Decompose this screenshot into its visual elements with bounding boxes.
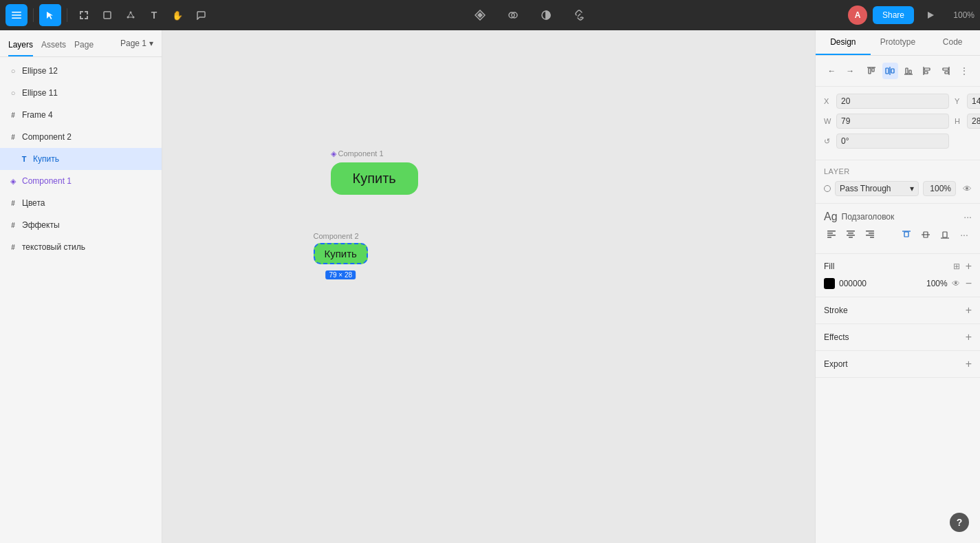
layer-name: Ellipse 12 [22,66,153,76]
contrast-icon[interactable] [535,4,557,26]
layer-name: Цвета [22,198,153,208]
text-align-center-btn[interactable] [843,227,858,242]
menu-button[interactable] [6,4,28,26]
tab-code[interactable]: Code [925,30,980,55]
layer-item-component2[interactable]: # Component 2 [0,126,162,148]
export-add-btn[interactable]: + [966,358,972,370]
svg-line-15 [128,12,131,17]
tab-page[interactable]: Page [74,36,94,56]
right-panel-tabs: Design Prototype Code [816,30,980,56]
stroke-title: Stroke [824,306,848,315]
typo-name-row: Ag Подзаголовок ··· [824,211,972,223]
visibility-toggle[interactable]: 👁 [963,184,972,194]
tab-layers[interactable]: Layers [8,36,33,56]
toolbar-sep-1 [33,8,34,22]
blend-mode-chevron: ▾ [910,184,914,193]
align-top-btn[interactable] [864,63,880,79]
stroke-section: Stroke + [816,297,980,324]
layer-item-textovyy-stil[interactable]: # текстовый стиль [0,236,162,258]
svg-rect-36 [945,72,948,74]
stroke-add-btn[interactable]: + [966,304,972,317]
layer-name: Купить [33,154,153,164]
fill-color-swatch[interactable] [824,278,835,289]
svg-rect-26 [886,68,889,74]
layer-item-component1[interactable]: ◈ Component 1 [0,170,162,192]
fill-grid-icon[interactable]: ⊞ [953,262,960,271]
align-right-btn[interactable] [937,63,953,79]
frame-icon: # [8,220,18,230]
svg-rect-0 [12,12,21,13]
align-center-h-btn[interactable] [882,63,898,79]
svg-rect-55 [943,232,947,237]
tab-prototype[interactable]: Prototype [871,30,926,55]
component-icon[interactable] [469,4,491,26]
rotation-input[interactable] [836,134,949,149]
effects-section: Effects + [816,324,980,351]
fill-opacity-value[interactable]: 100% [926,279,948,288]
layer-item-tsveta[interactable]: # Цвета [0,192,162,214]
hand-tool[interactable]: ✋ [166,4,188,26]
align-bottom-btn[interactable] [901,63,917,79]
svg-rect-46 [866,231,874,232]
fill-visibility-toggle[interactable]: 👁 [952,279,960,288]
layer-section-row: Pass Through ▾ 👁 [824,181,972,196]
layer-item-kupity[interactable]: T Купить [0,148,162,170]
select-tool[interactable] [39,4,61,26]
play-button[interactable] [919,4,941,26]
text-valign-mid-btn[interactable] [918,227,933,242]
canvas[interactable]: ◈ Component 1 Купить Component 2 Купить … [162,30,815,543]
pen-tool[interactable] [120,4,142,26]
frame-tool[interactable] [73,4,95,26]
tab-design[interactable]: Design [816,30,871,55]
typo-align-row: ··· [824,227,972,242]
link-icon[interactable] [568,4,590,26]
h-input[interactable] [967,114,980,129]
layer-item-ellipse12[interactable]: ○ Ellipse 12 [0,60,162,82]
component1-button[interactable]: Купить [331,162,418,195]
export-title: Export [824,359,848,369]
svg-rect-39 [827,233,833,234]
opacity-input[interactable] [923,181,956,196]
text-valign-top-btn[interactable] [899,227,914,242]
fill-add-btn[interactable]: + [966,261,972,272]
svg-rect-29 [906,68,908,74]
x-input[interactable] [836,94,949,109]
w-input[interactable] [836,114,949,129]
mask-icon[interactable] [502,4,524,26]
typo-more-btn[interactable]: ··· [963,211,972,222]
fill-remove-btn[interactable]: − [966,277,972,290]
comment-tool[interactable] [190,4,212,26]
zoom-level[interactable]: 100% [947,10,974,20]
text-valign-bot-btn[interactable] [937,227,952,242]
layer-list: ○ Ellipse 12 ○ Ellipse 11 # Frame 4 # Co… [0,57,162,543]
text-align-left-btn[interactable] [824,227,839,242]
rect-tool[interactable] [96,4,118,26]
text-tool[interactable]: T [143,4,165,26]
component1-diamond-icon: ◈ [331,149,336,158]
align-nav-forward[interactable]: → [842,63,858,79]
toolbar: T ✋ [0,0,980,30]
effects-add-btn[interactable]: + [966,331,972,343]
svg-marker-21 [928,12,934,19]
dimension-label: 79 × 28 [325,270,356,279]
component2-button[interactable]: Купить [314,243,368,264]
layer-item-effekty[interactable]: # Эффекты [0,214,162,236]
y-input[interactable] [967,94,980,109]
blend-mode-select[interactable]: Pass Through ▾ [835,181,919,196]
text-more-btn[interactable]: ··· [957,227,972,242]
layer-item-frame4[interactable]: # Frame 4 [0,104,162,126]
svg-rect-4 [80,11,81,14]
text-align-right-btn[interactable] [862,227,878,242]
tab-assets[interactable]: Assets [41,36,66,56]
align-left-btn[interactable] [919,63,935,79]
svg-rect-1 [12,14,21,16]
component2-container: Component 2 Купить 79 × 28 [314,232,368,264]
align-nav-back[interactable]: ← [824,63,840,79]
rotation-field-group: ↺ [824,134,949,149]
layer-item-ellipse11[interactable]: ○ Ellipse 11 [0,82,162,104]
page-selector[interactable]: Page 1 ▾ [120,39,153,54]
fill-color-value[interactable]: 000000 [839,279,922,288]
help-button[interactable]: ? [950,513,969,532]
share-button[interactable]: Share [873,6,914,24]
align-more-btn[interactable]: ⋮ [956,63,972,79]
